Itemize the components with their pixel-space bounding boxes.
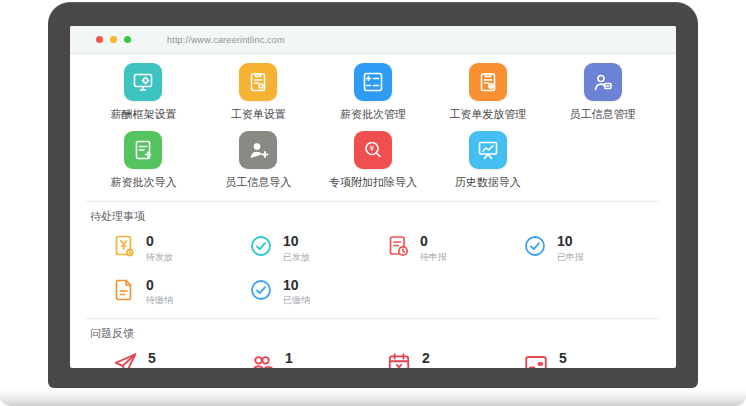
stat-label: 待缴纳 <box>146 294 173 307</box>
stat-value: 10 <box>283 234 310 249</box>
stat-value: 10 <box>283 278 310 293</box>
stat-label: 已发放 <box>283 251 310 264</box>
app-payroll-batch-management[interactable]: 薪资批次管理 <box>316 63 431 122</box>
stat-pending-payment[interactable]: 0待缴纳 <box>112 278 249 308</box>
app-label: 薪酬框架设置 <box>110 107 176 122</box>
wallet-icon <box>523 351 549 368</box>
laptop-mockup: http://www.careerintlinc.com 薪酬框架设置 <box>0 0 746 406</box>
check-circle-icon <box>523 234 547 258</box>
app-label: 工资单发放管理 <box>449 107 526 122</box>
laptop-bezel: http://www.careerintlinc.com 薪酬框架设置 <box>48 2 698 388</box>
stat-tax-declaration-supplement-info[interactable]: 1个税申报待补充信息 <box>249 351 386 368</box>
minimize-window-icon[interactable] <box>110 36 117 43</box>
stat-label: 已申报 <box>557 251 584 264</box>
check-circle-icon <box>249 278 273 302</box>
app-label: 薪资批次管理 <box>340 107 406 122</box>
app-label: 员工信息管理 <box>570 107 636 122</box>
address-bar[interactable]: http://www.careerintlinc.com <box>167 35 285 45</box>
stat-payroll-supplement-info[interactable]: 5薪资发放待补充信息 <box>112 351 249 368</box>
dashboard-content: 薪酬框架设置 工资单设置 薪资批次管理 <box>70 54 676 368</box>
stat-value: 0 <box>146 234 173 249</box>
laptop-screen: http://www.careerintlinc.com 薪酬框架设置 <box>70 26 676 368</box>
feedback-section-title: 问题反馈 <box>90 326 660 341</box>
feedback-grid: 5薪资发放待补充信息 1个税申报待补充信息 2申 <box>86 351 660 368</box>
tax-search-icon: ¥ <box>354 131 392 169</box>
stat-label: 已缴纳 <box>283 294 310 307</box>
stat-value: 5 <box>148 351 229 366</box>
stat-value: 0 <box>420 234 447 249</box>
app-label: 历史数据导入 <box>455 175 521 190</box>
pending-section-title: 待处理事项 <box>90 209 660 224</box>
feedback-section: 问题反馈 5薪资发放待补充信息 1个税申报待补充信息 <box>86 318 660 368</box>
app-employee-info-import[interactable]: 员工信息导入 <box>201 131 316 190</box>
app-payroll-batch-import[interactable]: 薪资批次导入 <box>86 131 201 190</box>
app-payslip-settings[interactable]: 工资单设置 <box>201 63 316 122</box>
stat-pending-declaration[interactable]: 0待申报 <box>386 234 523 264</box>
app-label: 工资单设置 <box>231 107 286 122</box>
stat-value: 0 <box>146 278 173 293</box>
svg-text:¥: ¥ <box>370 144 375 153</box>
app-employee-info-management[interactable]: 员工信息管理 <box>545 63 660 122</box>
app-icon-grid: 薪酬框架设置 工资单设置 薪资批次管理 <box>86 63 660 190</box>
stat-declaration-failed[interactable]: 2申报失败 <box>386 351 523 368</box>
app-salary-framework-settings[interactable]: 薪酬框架设置 <box>86 63 201 122</box>
app-payslip-distribution-management[interactable]: 工资单发放管理 <box>430 63 545 122</box>
doc-corner-icon <box>112 278 136 302</box>
browser-chrome: http://www.careerintlinc.com <box>70 26 676 54</box>
pending-section: 待处理事项 0待发放 10已发放 <box>86 201 660 307</box>
pending-grid: 0待发放 10已发放 0待申报 <box>86 234 660 307</box>
person-plus-icon <box>239 131 277 169</box>
stat-value: 1 <box>285 351 366 366</box>
stat-label: 待发放 <box>146 251 173 264</box>
monitor-gear-icon <box>124 63 162 101</box>
stat-distributed[interactable]: 10已发放 <box>249 234 386 264</box>
app-special-deduction-import[interactable]: ¥ 专项附加扣除导入 <box>316 131 431 190</box>
employee-card-icon <box>584 63 622 101</box>
people-icon <box>249 351 275 368</box>
close-window-icon[interactable] <box>96 36 103 43</box>
app-label: 员工信息导入 <box>225 175 291 190</box>
traffic-lights <box>96 36 131 43</box>
history-chart-icon <box>469 131 507 169</box>
doc-clock-icon <box>386 234 410 258</box>
doc-plus-icon <box>124 131 162 169</box>
app-history-data-import[interactable]: 历史数据导入 <box>430 131 545 190</box>
paper-plane-icon <box>112 351 138 368</box>
stat-declared[interactable]: 10已申报 <box>523 234 660 264</box>
clipboard-send-icon <box>469 63 507 101</box>
zoom-window-icon[interactable] <box>124 36 131 43</box>
app-label: 专项附加扣除导入 <box>329 175 417 190</box>
check-circle-icon <box>249 234 273 258</box>
stat-paid[interactable]: 10已缴纳 <box>249 278 386 308</box>
laptop-base <box>0 388 746 405</box>
clipboard-gear-icon <box>239 63 277 101</box>
calendar-x-icon <box>386 351 412 368</box>
stat-payment-failed[interactable]: 5缴纳失败 <box>523 351 660 368</box>
stat-value: 2 <box>422 351 458 366</box>
stat-label: 待申报 <box>420 251 447 264</box>
app-label: 薪资批次导入 <box>110 175 176 190</box>
batch-list-icon <box>354 63 392 101</box>
stat-value: 5 <box>559 351 595 366</box>
doc-yen-icon <box>112 234 136 258</box>
stat-pending-distribution[interactable]: 0待发放 <box>112 234 249 264</box>
stat-value: 10 <box>557 234 584 249</box>
